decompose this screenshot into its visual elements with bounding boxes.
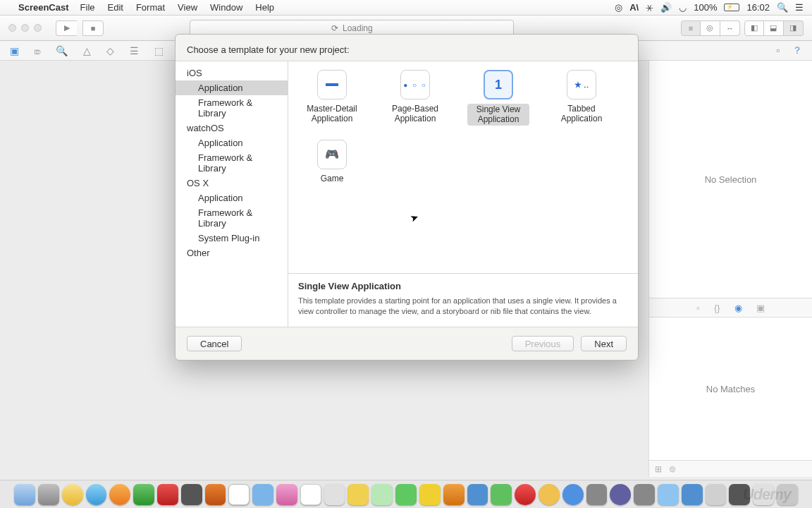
next-button[interactable]: Next (581, 336, 627, 351)
dock-app[interactable] (38, 484, 59, 505)
dock-app[interactable] (610, 484, 631, 505)
menu-format[interactable]: Format (136, 2, 165, 13)
menu-window[interactable]: Window (210, 2, 242, 13)
clock[interactable]: 16:02 (746, 2, 770, 13)
stop-button[interactable]: ■ (82, 20, 104, 36)
dock-app[interactable] (300, 484, 321, 505)
dock-app[interactable] (491, 484, 512, 505)
debug-icon[interactable]: ☰ (130, 45, 139, 56)
dock-app[interactable] (62, 484, 83, 505)
dock-app[interactable] (634, 484, 655, 505)
sidebar-item-watchos-application[interactable]: Application (176, 135, 288, 150)
dock-app[interactable] (276, 484, 297, 505)
app-name[interactable]: ScreenCast (18, 2, 69, 13)
dock-app[interactable] (109, 484, 130, 505)
adobe-icon[interactable]: A\ (629, 2, 639, 13)
dock-app[interactable] (562, 484, 584, 505)
dock-app[interactable] (14, 484, 35, 505)
dock-app[interactable] (86, 484, 107, 505)
search-icon[interactable]: 🔍 (56, 45, 68, 56)
dock-app[interactable] (539, 484, 560, 505)
master-detail-icon (317, 70, 347, 99)
object-icon[interactable]: ◉ (734, 303, 742, 313)
menu-help[interactable]: Help (255, 2, 274, 13)
minimize-window-button[interactable] (21, 24, 29, 32)
menu-file[interactable]: File (80, 2, 95, 13)
bottom-panel-toggle[interactable]: ⬓ (764, 20, 784, 36)
bluetooth-icon[interactable]: ⚹ (646, 2, 653, 13)
sidebar-category-watchos[interactable]: watchOS (176, 121, 288, 135)
media-icon[interactable]: ▣ (756, 303, 765, 313)
dock-app[interactable] (467, 484, 488, 505)
menu-view[interactable]: View (178, 2, 197, 13)
grid-view-icon[interactable]: ⊞ (655, 464, 662, 474)
dock-app[interactable] (515, 484, 536, 505)
breakpoint-icon[interactable]: ⬚ (154, 45, 164, 56)
zoom-window-button[interactable] (34, 24, 42, 32)
dock-app[interactable] (347, 484, 369, 505)
template-area: Master-Detail Application ● ○ ○ Page-Bas… (288, 61, 638, 327)
volume-icon[interactable]: 🔊 (660, 2, 672, 13)
dock-app[interactable] (586, 484, 608, 505)
editor-mode-segmented: ≡ ◎ ↔ (681, 20, 740, 36)
help-icon[interactable]: ？ (792, 44, 802, 57)
filter-icon[interactable]: ⊜ (669, 464, 676, 474)
cancel-button[interactable]: Cancel (187, 336, 242, 351)
menu-edit[interactable]: Edit (108, 2, 123, 13)
dock-app[interactable] (371, 484, 393, 505)
left-panel-toggle[interactable]: ◧ (744, 20, 764, 36)
symbol-icon[interactable]: ⎄ (35, 45, 40, 56)
dock-app[interactable] (228, 484, 250, 505)
menu-status: ◎ A\ ⚹ 🔊 ◡ 100% ⚡ 16:02 🔍 ☰ (615, 2, 804, 13)
version-editor-button[interactable]: ↔ (720, 20, 740, 36)
dock-app[interactable] (419, 484, 441, 505)
single-view-icon: 1 (484, 70, 513, 99)
sidebar-category-other[interactable]: Other (176, 246, 288, 260)
file-template-icon[interactable]: ▫ (696, 303, 700, 313)
library-footer: ⊞ ⊜ (649, 460, 812, 477)
dock-app[interactable] (252, 484, 273, 505)
dock-app[interactable] (157, 484, 178, 505)
warning-icon[interactable]: △ (83, 45, 91, 56)
sidebar-item-ios-application[interactable]: Application (176, 80, 288, 95)
dock-app[interactable] (443, 484, 465, 505)
test-icon[interactable]: ◇ (106, 45, 114, 56)
dock-app[interactable] (133, 484, 154, 505)
dock-app[interactable] (706, 484, 727, 505)
code-snippet-icon[interactable]: {} (714, 303, 720, 313)
sidebar-item-osx-plugin[interactable]: System Plug-in (176, 231, 288, 246)
dock-app[interactable] (324, 484, 345, 505)
folder-icon[interactable]: ▣ (10, 45, 19, 56)
template-master-detail[interactable]: Master-Detail Application (301, 70, 363, 126)
sidebar-item-watchos-framework[interactable]: Framework & Library (176, 150, 288, 176)
sidebar-item-ios-framework[interactable]: Framework & Library (176, 95, 288, 121)
close-window-button[interactable] (8, 24, 16, 32)
sidebar-item-osx-framework[interactable]: Framework & Library (176, 205, 288, 231)
game-icon: 🎮 (317, 140, 347, 169)
sidebar-item-osx-application[interactable]: Application (176, 190, 288, 205)
dock-app[interactable] (181, 484, 202, 505)
template-game[interactable]: 🎮 Game (301, 140, 363, 183)
dock-app[interactable] (395, 484, 417, 505)
previous-button: Previous (512, 336, 574, 351)
cloud-icon[interactable]: ◎ (615, 2, 622, 13)
battery-icon[interactable]: ⚡ (724, 4, 739, 11)
dock-app[interactable] (658, 484, 679, 505)
spotlight-icon[interactable]: 🔍 (777, 2, 788, 13)
notifications-icon[interactable]: ☰ (795, 2, 804, 13)
run-button[interactable]: ▶ (56, 20, 77, 36)
template-page-based[interactable]: ● ○ ○ Page-Based Application (384, 70, 446, 126)
template-tabbed[interactable]: ★ ‥ Tabbed Application (550, 70, 613, 126)
sidebar-category-osx[interactable]: OS X (176, 176, 288, 190)
sidebar-category-ios[interactable]: iOS (176, 66, 288, 80)
dock-app[interactable] (682, 484, 703, 505)
template-tiles: Master-Detail Application ● ○ ○ Page-Bas… (288, 61, 638, 273)
dock-app[interactable] (205, 484, 226, 505)
doc-icon[interactable]: ▫ (776, 44, 780, 57)
battery-percent[interactable]: 100% (694, 2, 717, 13)
standard-editor-button[interactable]: ≡ (681, 20, 701, 36)
right-panel-toggle[interactable]: ◨ (784, 20, 804, 36)
wifi-icon[interactable]: ◡ (679, 2, 687, 13)
assistant-editor-button[interactable]: ◎ (701, 20, 720, 36)
template-single-view[interactable]: 1 Single View Application (467, 70, 529, 126)
